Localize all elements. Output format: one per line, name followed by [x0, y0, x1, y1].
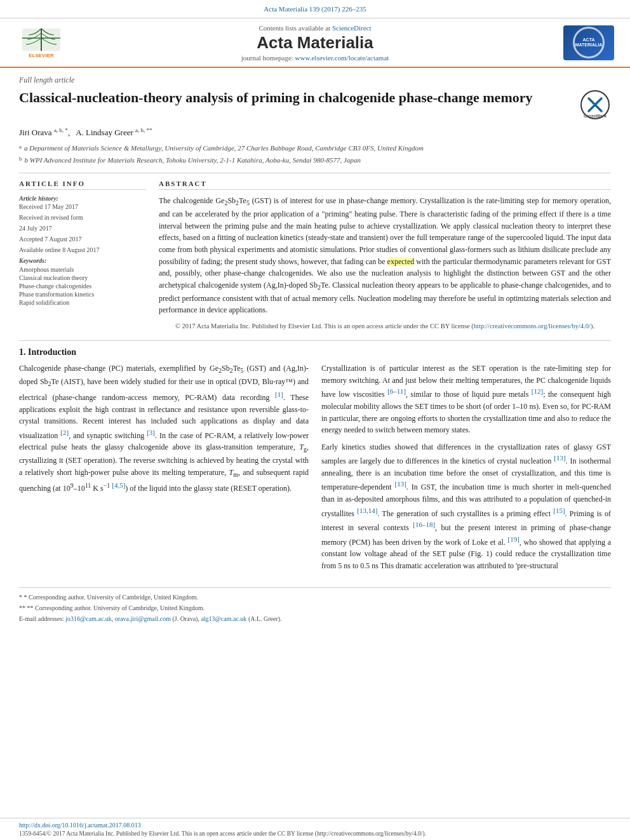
- expected-highlight: expected: [387, 257, 415, 266]
- keyword-5: Rapid solidification: [19, 299, 146, 306]
- journal-title-banner: Acta Materialia: [70, 33, 560, 53]
- email3-link[interactable]: alg13@cam.ac.uk: [201, 615, 246, 622]
- article-info-col: ARTICLE INFO Article history: Received 1…: [19, 180, 146, 331]
- affil-a-sup: a: [19, 143, 22, 154]
- affiliations: a a Department of Materials Science & Me…: [19, 143, 611, 165]
- author1-name: Jiri Orava: [19, 128, 52, 137]
- affil-a-text: a Department of Materials Science & Meta…: [24, 143, 424, 154]
- article-info-table: Article history: Received 17 May 2017 Re…: [19, 195, 146, 306]
- acta-materialia-logo: ACTAMATERIALIA: [563, 25, 614, 60]
- ref-1314[interactable]: [13,14]: [357, 507, 377, 514]
- body-col-right: Crystallization is of particular interes…: [321, 363, 611, 577]
- intro-p3: Early kinetics studies showed that diffe…: [321, 441, 611, 572]
- accepted-value: Accepted 7 August 2017: [19, 236, 146, 243]
- divider-1: [19, 173, 611, 173]
- journal-center: Contents lists available at ScienceDirec…: [70, 24, 560, 62]
- keyword-3: Phase-change chalcogenides: [19, 283, 146, 290]
- ref-1[interactable]: [1]: [275, 390, 283, 398]
- intro-p2: Crystallization is of particular interes…: [321, 363, 611, 436]
- keyword-2: Classical nucleation theory: [19, 274, 146, 281]
- body-two-col: Chalcogenide phase-change (PC) materials…: [19, 363, 611, 577]
- ref-12[interactable]: [12]: [532, 387, 543, 395]
- abstract-heading: ABSTRACT: [159, 180, 611, 190]
- footnote-1: * * Corresponding author. University of …: [19, 593, 611, 602]
- ref-2[interactable]: [2]: [60, 429, 69, 436]
- ref-13b[interactable]: [13]: [395, 480, 406, 488]
- article-info-heading: ARTICLE INFO: [19, 180, 146, 190]
- journal-citation: Acta Materialia 139 (2017) 226–235: [13, 5, 617, 13]
- ref-19[interactable]: [19]: [507, 535, 519, 543]
- body-col-left: Chalcogenide phase-change (PC) materials…: [19, 363, 309, 577]
- received-revised-date: 24 July 2017: [19, 225, 146, 232]
- ref-13a[interactable]: [13]: [554, 454, 565, 462]
- authors-line: Jiri Orava a, b, *, A. Lindsay Greer a, …: [19, 127, 611, 138]
- email2-link[interactable]: orava.jiri@gmail.com: [115, 615, 171, 622]
- body-section-1: 1. Introduction Chalcogenide phase-chang…: [19, 347, 611, 577]
- abstract-text: The chalcogenide Ge2Sb2Te5 (GST) is of i…: [159, 195, 611, 331]
- journal-homepage: journal homepage: www.elsevier.com/locat…: [70, 54, 560, 62]
- article-type: Full length article: [19, 76, 611, 85]
- elsevier-logo: ELSEVIER: [13, 23, 70, 62]
- article-content: Full length article Classical-nucleation…: [0, 68, 630, 818]
- divider-2: [19, 340, 611, 341]
- sciencedirect-line: Contents lists available at ScienceDirec…: [70, 24, 560, 32]
- bottom-bar: http://dx.doi.org/10.1016/j.actamat.2017…: [0, 818, 630, 840]
- affil-b-text: b WPI Advanced Institute for Materials R…: [25, 155, 361, 166]
- author2-name: A. Lindsay Greer: [76, 128, 133, 137]
- available-value: Available online 8 August 2017: [19, 246, 146, 253]
- affil-b-sup: b: [19, 155, 22, 166]
- article-title-text: Classical-nucleation-theory analysis of …: [19, 89, 579, 107]
- author1-sup: a, b, *: [54, 127, 68, 133]
- doi-link[interactable]: http://dx.doi.org/10.1016/j.actamat.2017…: [19, 822, 141, 829]
- svg-text:CrossMark: CrossMark: [584, 114, 607, 118]
- ref-611[interactable]: [6–11]: [387, 387, 406, 395]
- copyright-text: © 2017 Acta Materialia Inc. Published by…: [159, 321, 611, 331]
- article-title-row: Classical-nucleation-theory analysis of …: [19, 89, 611, 121]
- ref-1618[interactable]: [16–18]: [413, 521, 435, 528]
- article-info-abstract: ARTICLE INFO Article history: Received 1…: [19, 180, 611, 331]
- received-value: Received 17 May 2017: [19, 203, 146, 210]
- journal-header: Acta Materialia 139 (2017) 226–235: [0, 0, 630, 18]
- affil-row-a: a a Department of Materials Science & Me…: [19, 143, 611, 154]
- intro-p1: Chalcogenide phase-change (PC) materials…: [19, 363, 309, 494]
- elsevier-logo-svg: ELSEVIER: [16, 25, 67, 60]
- issn-line: 1359-6454/© 2017 Acta Materialia Inc. Pu…: [19, 830, 611, 837]
- logo-text: ACTAMATERIALIA: [575, 37, 603, 48]
- history-label: Article history:: [19, 195, 146, 202]
- doi-line: http://dx.doi.org/10.1016/j.actamat.2017…: [19, 822, 611, 829]
- journal-banner: ELSEVIER Contents lists available at Sci…: [0, 18, 630, 68]
- affil-row-b: b b WPI Advanced Institute for Materials…: [19, 155, 611, 166]
- keyword-1: Amorphous materials: [19, 266, 146, 273]
- received-revised-label: Received in revised form: [19, 214, 146, 221]
- homepage-link[interactable]: www.elsevier.com/locate/actamat: [295, 54, 389, 62]
- section-1-title: 1. Introduction: [19, 347, 611, 357]
- abstract-col: ABSTRACT The chalcogenide Ge2Sb2Te5 (GST…: [159, 180, 611, 331]
- email1-link[interactable]: jo316@cam.ac.uk: [65, 615, 112, 622]
- footnote-star1-symbol: *: [19, 594, 22, 601]
- keyword-4: Phase transformation kinetics: [19, 291, 146, 298]
- ref-15[interactable]: [15]: [553, 507, 565, 514]
- logo-circle-inner: ACTAMATERIALIA: [573, 27, 605, 58]
- footnote-email: E-mail addresses: jo316@cam.ac.uk, orava…: [19, 615, 611, 623]
- crossmark-logo: CrossMark: [579, 89, 611, 121]
- ref-3[interactable]: [3]: [147, 429, 155, 436]
- ref-45[interactable]: [4,5]: [112, 481, 125, 489]
- journal-logo-right: ACTAMATERIALIA: [560, 23, 617, 62]
- sciencedirect-link[interactable]: ScienceDirect: [332, 24, 372, 32]
- page: Acta Materialia 139 (2017) 226–235 ELSEV…: [0, 0, 630, 840]
- footnote-area: * * Corresponding author. University of …: [19, 587, 611, 623]
- svg-text:ELSEVIER: ELSEVIER: [29, 53, 54, 58]
- footnote-star2-symbol: **: [19, 604, 25, 611]
- footnote-2: ** ** Corresponding author. University o…: [19, 604, 611, 613]
- keywords-title: Keywords:: [19, 257, 146, 264]
- abstract-paragraph: The chalcogenide Ge2Sb2Te5 (GST) is of i…: [159, 195, 611, 316]
- cc-license-link[interactable]: http://creativecommons.org/licenses/by/4…: [474, 323, 591, 330]
- author2-sup: a, b, **: [135, 127, 152, 133]
